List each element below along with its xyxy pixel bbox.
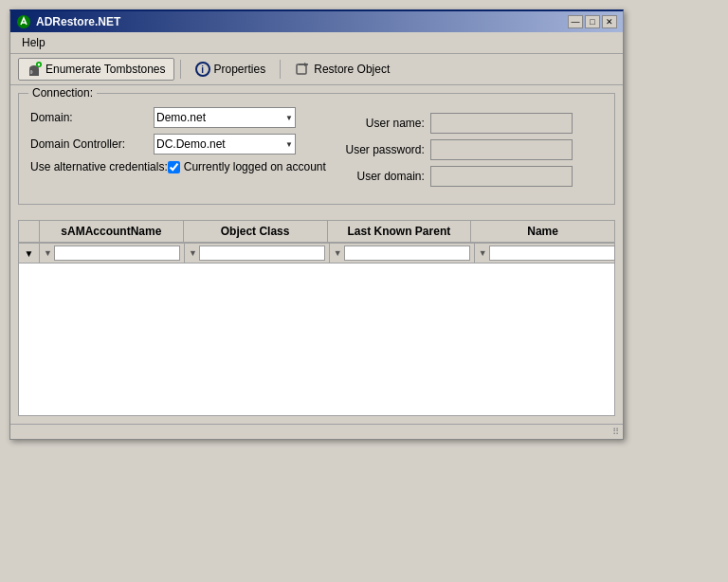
title-buttons: — □ ✕ bbox=[568, 15, 617, 28]
restore-object-button[interactable]: Restore Object bbox=[286, 58, 398, 81]
main-window: ADRestore.NET — □ ✕ Help bbox=[9, 9, 624, 440]
right-fields: User name: User password: User domain: bbox=[345, 107, 573, 192]
app-icon bbox=[16, 14, 31, 29]
alt-creds-checkbox[interactable] bbox=[168, 161, 180, 173]
dc-select-wrapper: DC.Demo.net bbox=[154, 134, 296, 155]
title-bar: ADRestore.NET — □ ✕ bbox=[10, 11, 623, 32]
enumerate-tombstones-label: Enumerate Tombstones bbox=[46, 63, 166, 76]
domain-label: Domain: bbox=[30, 111, 154, 124]
table-header: sAMAccountName Object Class Last Known P… bbox=[19, 221, 614, 244]
password-input[interactable] bbox=[430, 139, 573, 160]
toolbar-sep-2 bbox=[280, 60, 281, 79]
username-row: User name: bbox=[345, 113, 573, 134]
filter-name-input[interactable] bbox=[489, 246, 615, 261]
dc-select[interactable]: DC.Demo.net bbox=[154, 134, 296, 155]
left-fields: Domain: Demo.net Domain Controller: bbox=[30, 101, 326, 179]
alt-creds-text: Currently logged on account bbox=[184, 160, 326, 173]
filter-row: ▼ ▼ ▼ ▼ ▼ bbox=[19, 244, 614, 264]
domain-row: Domain: Demo.net bbox=[30, 107, 326, 128]
restore-icon bbox=[295, 62, 310, 77]
restore-object-label: Restore Object bbox=[314, 63, 390, 76]
minimize-button[interactable]: — bbox=[568, 15, 583, 28]
filter-icon-last-known-parent: ▼ bbox=[334, 248, 342, 258]
toolbar-sep-1 bbox=[180, 60, 181, 79]
enumerate-tombstones-button[interactable]: Enumerate Tombstones bbox=[18, 58, 174, 81]
properties-label: Properties bbox=[214, 63, 266, 76]
filter-name: ▼ bbox=[475, 244, 619, 263]
alt-creds-row: Use alternative credentials: Currently l… bbox=[30, 160, 326, 173]
toolbar: Enumerate Tombstones i Properties Restor… bbox=[10, 54, 623, 85]
connection-group-title: Connection: bbox=[28, 86, 97, 100]
menu-bar: Help bbox=[10, 32, 623, 54]
password-row: User password: bbox=[345, 139, 573, 160]
filter-sam: ▼ bbox=[40, 244, 185, 263]
userdomain-label: User domain: bbox=[345, 170, 430, 183]
status-bar: ⠿ bbox=[10, 424, 623, 439]
tombstone-icon bbox=[27, 62, 42, 77]
title-bar-left: ADRestore.NET bbox=[16, 14, 120, 29]
alt-creds-label: Use alternative credentials: bbox=[30, 160, 168, 173]
domain-select[interactable]: Demo.net bbox=[154, 107, 296, 128]
password-label: User password: bbox=[345, 143, 430, 156]
dc-row: Domain Controller: DC.Demo.net bbox=[30, 134, 326, 155]
th-object-class[interactable]: Object Class bbox=[184, 221, 328, 242]
filter-object-class: ▼ bbox=[185, 244, 330, 263]
dc-label: Domain Controller: bbox=[30, 137, 154, 151]
filter-icon-spacer: ▼ bbox=[25, 248, 34, 259]
info-icon: i bbox=[195, 62, 210, 77]
th-sam[interactable]: sAMAccountName bbox=[40, 221, 184, 242]
table-body bbox=[19, 264, 614, 415]
filter-sam-input[interactable] bbox=[54, 246, 180, 261]
th-spacer bbox=[19, 221, 40, 242]
results-table: sAMAccountName Object Class Last Known P… bbox=[18, 220, 615, 416]
username-input[interactable] bbox=[430, 113, 573, 134]
filter-spacer: ▼ bbox=[19, 244, 40, 263]
close-button[interactable]: ✕ bbox=[602, 15, 617, 28]
content-area: Connection: Domain: Demo.net bbox=[10, 85, 623, 220]
window-title: ADRestore.NET bbox=[36, 15, 120, 28]
userdomain-row: User domain: bbox=[345, 166, 573, 187]
filter-last-known-parent: ▼ bbox=[330, 244, 475, 263]
resize-grip: ⠿ bbox=[612, 427, 619, 437]
filter-object-class-input[interactable] bbox=[199, 246, 325, 261]
checkbox-row: Currently logged on account bbox=[168, 160, 326, 173]
username-label: User name: bbox=[345, 117, 430, 130]
filter-last-known-parent-input[interactable] bbox=[344, 246, 470, 261]
domain-select-wrapper: Demo.net bbox=[154, 107, 296, 128]
th-name[interactable]: Name bbox=[471, 221, 614, 242]
filter-icon-sam: ▼ bbox=[44, 248, 52, 258]
filter-icon-name: ▼ bbox=[479, 248, 487, 258]
th-last-known-parent[interactable]: Last Known Parent bbox=[328, 221, 472, 242]
userdomain-input[interactable] bbox=[430, 166, 573, 187]
maximize-button[interactable]: □ bbox=[585, 15, 600, 28]
filter-icon-object-class: ▼ bbox=[189, 248, 197, 258]
menu-help[interactable]: Help bbox=[16, 34, 51, 51]
properties-button[interactable]: i Properties bbox=[187, 58, 275, 81]
connection-group: Connection: Domain: Demo.net bbox=[18, 93, 615, 205]
